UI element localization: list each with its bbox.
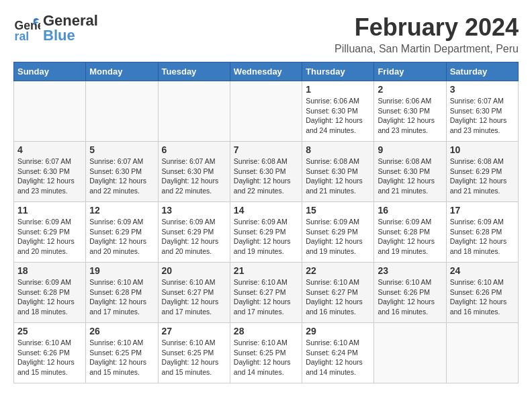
day-info: Sunrise: 6:10 AM Sunset: 6:27 PM Dayligh… bbox=[234, 277, 298, 317]
calendar-body: 1Sunrise: 6:06 AM Sunset: 6:30 PM Daylig… bbox=[14, 81, 519, 383]
day-number: 19 bbox=[89, 265, 154, 276]
day-number: 24 bbox=[450, 265, 515, 276]
calendar-cell: 11Sunrise: 6:09 AM Sunset: 6:29 PM Dayli… bbox=[14, 202, 86, 263]
svg-text:ral: ral bbox=[15, 30, 30, 42]
calendar-cell: 23Sunrise: 6:10 AM Sunset: 6:26 PM Dayli… bbox=[374, 263, 446, 323]
calendar-cell: 4Sunrise: 6:07 AM Sunset: 6:30 PM Daylig… bbox=[14, 142, 86, 202]
calendar-cell: 10Sunrise: 6:08 AM Sunset: 6:29 PM Dayli… bbox=[446, 142, 518, 202]
day-number: 1 bbox=[306, 84, 370, 95]
day-info: Sunrise: 6:08 AM Sunset: 6:30 PM Dayligh… bbox=[306, 156, 370, 196]
day-info: Sunrise: 6:06 AM Sunset: 6:30 PM Dayligh… bbox=[306, 96, 370, 136]
day-number: 6 bbox=[162, 144, 226, 155]
day-info: Sunrise: 6:10 AM Sunset: 6:25 PM Dayligh… bbox=[162, 338, 226, 377]
col-monday: Monday bbox=[86, 62, 158, 81]
day-number: 23 bbox=[378, 265, 442, 276]
day-info: Sunrise: 6:06 AM Sunset: 6:30 PM Dayligh… bbox=[378, 96, 442, 136]
calendar-cell bbox=[14, 81, 86, 142]
calendar-cell: 8Sunrise: 6:08 AM Sunset: 6:30 PM Daylig… bbox=[302, 142, 374, 202]
day-number: 28 bbox=[234, 326, 298, 336]
day-number: 18 bbox=[17, 265, 82, 276]
calendar-cell bbox=[374, 323, 446, 383]
day-info: Sunrise: 6:09 AM Sunset: 6:29 PM Dayligh… bbox=[89, 217, 154, 257]
day-info: Sunrise: 6:10 AM Sunset: 6:26 PM Dayligh… bbox=[378, 277, 442, 317]
month-title: February 2024 bbox=[335, 13, 519, 42]
calendar-cell: 14Sunrise: 6:09 AM Sunset: 6:29 PM Dayli… bbox=[230, 202, 302, 263]
calendar-cell bbox=[86, 81, 158, 142]
calendar-cell: 2Sunrise: 6:06 AM Sunset: 6:30 PM Daylig… bbox=[374, 81, 446, 142]
calendar-cell: 9Sunrise: 6:08 AM Sunset: 6:30 PM Daylig… bbox=[374, 142, 446, 202]
title-section: February 2024 Pilluana, San Martin Depar… bbox=[335, 13, 519, 55]
day-number: 4 bbox=[17, 144, 82, 155]
col-saturday: Saturday bbox=[446, 62, 518, 81]
day-number: 5 bbox=[89, 144, 154, 155]
day-number: 20 bbox=[162, 265, 226, 276]
logo-general: General bbox=[43, 13, 98, 28]
calendar-cell: 19Sunrise: 6:10 AM Sunset: 6:28 PM Dayli… bbox=[86, 263, 158, 323]
day-info: Sunrise: 6:09 AM Sunset: 6:28 PM Dayligh… bbox=[378, 217, 442, 257]
calendar-cell: 28Sunrise: 6:10 AM Sunset: 6:25 PM Dayli… bbox=[230, 323, 302, 383]
day-info: Sunrise: 6:09 AM Sunset: 6:29 PM Dayligh… bbox=[17, 217, 82, 257]
calendar-week-0: 1Sunrise: 6:06 AM Sunset: 6:30 PM Daylig… bbox=[14, 81, 519, 142]
day-info: Sunrise: 6:09 AM Sunset: 6:29 PM Dayligh… bbox=[162, 217, 226, 257]
day-number: 7 bbox=[234, 144, 298, 155]
day-info: Sunrise: 6:10 AM Sunset: 6:24 PM Dayligh… bbox=[306, 338, 370, 377]
calendar-cell: 6Sunrise: 6:07 AM Sunset: 6:30 PM Daylig… bbox=[158, 142, 230, 202]
day-info: Sunrise: 6:07 AM Sunset: 6:30 PM Dayligh… bbox=[450, 96, 515, 136]
calendar-cell: 16Sunrise: 6:09 AM Sunset: 6:28 PM Dayli… bbox=[374, 202, 446, 263]
calendar-cell: 21Sunrise: 6:10 AM Sunset: 6:27 PM Dayli… bbox=[230, 263, 302, 323]
day-info: Sunrise: 6:08 AM Sunset: 6:30 PM Dayligh… bbox=[234, 156, 298, 196]
day-info: Sunrise: 6:09 AM Sunset: 6:29 PM Dayligh… bbox=[234, 217, 298, 257]
day-info: Sunrise: 6:10 AM Sunset: 6:25 PM Dayligh… bbox=[234, 338, 298, 377]
calendar-cell: 18Sunrise: 6:09 AM Sunset: 6:28 PM Dayli… bbox=[14, 263, 86, 323]
calendar-week-2: 11Sunrise: 6:09 AM Sunset: 6:29 PM Dayli… bbox=[14, 202, 519, 263]
calendar-week-3: 18Sunrise: 6:09 AM Sunset: 6:28 PM Dayli… bbox=[14, 263, 519, 323]
logo: Gene ral General Blue bbox=[13, 13, 98, 43]
calendar-cell: 24Sunrise: 6:10 AM Sunset: 6:26 PM Dayli… bbox=[446, 263, 518, 323]
day-info: Sunrise: 6:10 AM Sunset: 6:26 PM Dayligh… bbox=[450, 277, 515, 317]
day-info: Sunrise: 6:09 AM Sunset: 6:28 PM Dayligh… bbox=[17, 277, 82, 317]
calendar-cell: 20Sunrise: 6:10 AM Sunset: 6:27 PM Dayli… bbox=[158, 263, 230, 323]
calendar-cell: 12Sunrise: 6:09 AM Sunset: 6:29 PM Dayli… bbox=[86, 202, 158, 263]
day-info: Sunrise: 6:09 AM Sunset: 6:29 PM Dayligh… bbox=[306, 217, 370, 257]
logo-text: General Blue bbox=[43, 13, 98, 43]
calendar-cell: 5Sunrise: 6:07 AM Sunset: 6:30 PM Daylig… bbox=[86, 142, 158, 202]
day-info: Sunrise: 6:09 AM Sunset: 6:28 PM Dayligh… bbox=[450, 217, 515, 257]
calendar-week-4: 25Sunrise: 6:10 AM Sunset: 6:26 PM Dayli… bbox=[14, 323, 519, 383]
calendar-cell: 29Sunrise: 6:10 AM Sunset: 6:24 PM Dayli… bbox=[302, 323, 374, 383]
day-info: Sunrise: 6:07 AM Sunset: 6:30 PM Dayligh… bbox=[17, 156, 82, 196]
day-info: Sunrise: 6:07 AM Sunset: 6:30 PM Dayligh… bbox=[162, 156, 226, 196]
day-number: 25 bbox=[17, 326, 82, 336]
calendar-cell: 27Sunrise: 6:10 AM Sunset: 6:25 PM Dayli… bbox=[158, 323, 230, 383]
day-number: 15 bbox=[306, 205, 370, 216]
day-number: 9 bbox=[378, 144, 442, 155]
calendar-cell: 7Sunrise: 6:08 AM Sunset: 6:30 PM Daylig… bbox=[230, 142, 302, 202]
day-number: 26 bbox=[89, 326, 154, 336]
day-info: Sunrise: 6:07 AM Sunset: 6:30 PM Dayligh… bbox=[89, 156, 154, 196]
day-number: 27 bbox=[162, 326, 226, 336]
calendar-cell: 25Sunrise: 6:10 AM Sunset: 6:26 PM Dayli… bbox=[14, 323, 86, 383]
col-sunday: Sunday bbox=[14, 62, 86, 81]
location-title: Pilluana, San Martin Department, Peru bbox=[335, 43, 519, 55]
logo-icon: Gene ral bbox=[13, 15, 40, 42]
calendar-cell bbox=[158, 81, 230, 142]
calendar-cell: 1Sunrise: 6:06 AM Sunset: 6:30 PM Daylig… bbox=[302, 81, 374, 142]
calendar-cell: 26Sunrise: 6:10 AM Sunset: 6:25 PM Dayli… bbox=[86, 323, 158, 383]
day-number: 2 bbox=[378, 84, 442, 95]
calendar-table: Sunday Monday Tuesday Wednesday Thursday… bbox=[13, 62, 519, 383]
calendar-header: Sunday Monday Tuesday Wednesday Thursday… bbox=[14, 62, 519, 81]
logo-blue: Blue bbox=[43, 28, 98, 43]
header-row: Sunday Monday Tuesday Wednesday Thursday… bbox=[14, 62, 519, 81]
calendar-cell bbox=[446, 323, 518, 383]
col-tuesday: Tuesday bbox=[158, 62, 230, 81]
day-info: Sunrise: 6:08 AM Sunset: 6:29 PM Dayligh… bbox=[450, 156, 515, 196]
calendar-cell: 22Sunrise: 6:10 AM Sunset: 6:27 PM Dayli… bbox=[302, 263, 374, 323]
day-number: 29 bbox=[306, 326, 370, 336]
calendar-cell bbox=[230, 81, 302, 142]
day-number: 14 bbox=[234, 205, 298, 216]
day-number: 21 bbox=[234, 265, 298, 276]
day-number: 22 bbox=[306, 265, 370, 276]
calendar-cell: 3Sunrise: 6:07 AM Sunset: 6:30 PM Daylig… bbox=[446, 81, 518, 142]
day-info: Sunrise: 6:10 AM Sunset: 6:25 PM Dayligh… bbox=[89, 338, 154, 377]
day-info: Sunrise: 6:10 AM Sunset: 6:27 PM Dayligh… bbox=[306, 277, 370, 317]
day-info: Sunrise: 6:08 AM Sunset: 6:30 PM Dayligh… bbox=[378, 156, 442, 196]
